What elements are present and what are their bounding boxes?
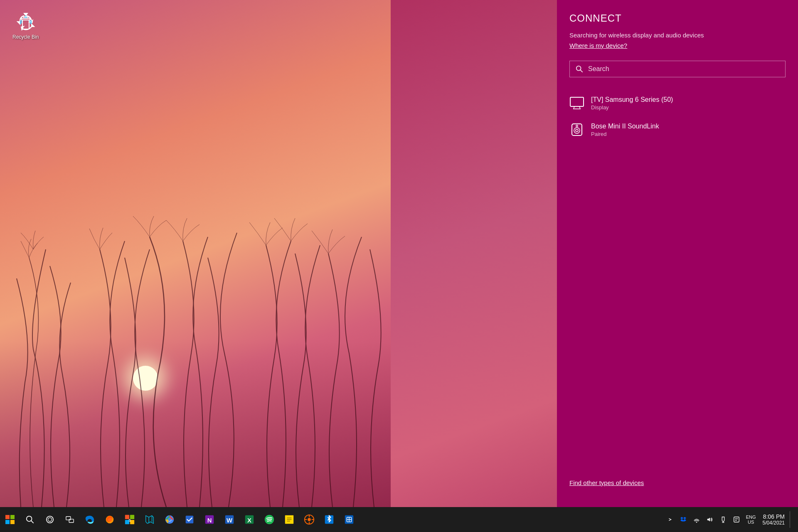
taskbar-app12[interactable] <box>299 507 319 532</box>
taskbar-chrome[interactable] <box>160 507 180 532</box>
input-icon[interactable] <box>718 514 729 525</box>
taskbar-apps: S <box>80 507 665 532</box>
device-name-tv: [TV] Samsung 6 Series (50) <box>591 96 673 103</box>
svg-text:W: W <box>227 517 232 524</box>
device-info-tv: [TV] Samsung 6 Series (50) Display <box>591 96 673 111</box>
svg-rect-11 <box>572 124 582 135</box>
taskbar-security[interactable] <box>339 507 359 532</box>
device-name-speaker: Bose Mini II SoundLink <box>591 123 659 130</box>
taskbar-firefox[interactable] <box>100 507 120 532</box>
search-placeholder: Search <box>588 65 609 73</box>
recycle-bin[interactable]: Recycle Bin <box>12 12 39 40</box>
taskbar-excel[interactable]: X <box>239 507 259 532</box>
svg-point-21 <box>47 516 53 523</box>
recycle-bin-icon <box>16 12 36 32</box>
svg-point-12 <box>574 128 580 133</box>
taskbar-maps[interactable] <box>140 507 160 532</box>
svg-rect-16 <box>10 515 15 519</box>
device-info-speaker: Bose Mini II SoundLink Paired <box>591 123 659 137</box>
volume-icon[interactable] <box>704 514 715 525</box>
taskbar-todo[interactable] <box>180 507 200 532</box>
taskbar-badge-icon[interactable] <box>731 514 742 525</box>
device-item-speaker[interactable]: Bose Mini II SoundLink Paired <box>569 116 786 143</box>
taskbar-store[interactable]: S <box>120 507 140 532</box>
taskbar-word[interactable]: W <box>219 507 239 532</box>
svg-rect-18 <box>10 520 15 524</box>
svg-rect-17 <box>5 520 10 524</box>
device-status-tv: Display <box>591 104 673 111</box>
svg-text:N: N <box>207 517 212 524</box>
speaker-icon <box>569 122 584 137</box>
svg-point-61 <box>696 522 697 523</box>
svg-rect-1 <box>22 18 30 20</box>
svg-point-14 <box>576 125 578 127</box>
task-view-button[interactable] <box>60 507 80 532</box>
language-indicator[interactable]: ENG US <box>744 515 758 525</box>
taskbar-spotify[interactable] <box>259 507 279 532</box>
where-is-device-link[interactable]: Where is my device? <box>569 42 786 49</box>
taskbar: S <box>0 507 798 532</box>
language-region: US <box>748 520 754 525</box>
taskbar-edge[interactable] <box>80 507 100 532</box>
svg-rect-64 <box>734 517 739 522</box>
svg-rect-15 <box>5 515 10 519</box>
show-desktop-button[interactable] <box>790 511 794 528</box>
clock[interactable]: 8:06 PM 5/04/2021 <box>760 513 787 526</box>
svg-point-22 <box>48 517 52 521</box>
taskbar-bluetooth[interactable] <box>319 507 339 532</box>
display-icon <box>569 96 584 111</box>
search-box[interactable]: Search <box>569 61 786 77</box>
svg-line-20 <box>31 521 33 523</box>
searching-text: Searching for wireless display and audio… <box>569 32 786 39</box>
find-other-devices-link[interactable]: Find other types of devices <box>569 479 644 486</box>
svg-line-6 <box>580 70 582 72</box>
show-hidden-icons[interactable] <box>665 514 675 525</box>
dropbox-icon[interactable] <box>678 514 689 525</box>
svg-text:S: S <box>128 518 131 522</box>
language-name: ENG <box>746 515 756 520</box>
start-button[interactable] <box>0 507 20 532</box>
svg-rect-0 <box>22 20 29 29</box>
network-icon[interactable] <box>691 514 702 525</box>
svg-rect-7 <box>570 97 584 106</box>
system-tray: ENG US 8:06 PM 5/04/2021 <box>665 511 798 528</box>
cortana-button[interactable] <box>40 507 60 532</box>
search-icon <box>576 65 583 73</box>
taskbar-sticky-notes[interactable] <box>279 507 299 532</box>
svg-point-13 <box>576 129 578 132</box>
svg-point-51 <box>308 518 310 521</box>
taskbar-onenote[interactable]: N <box>200 507 219 532</box>
date-display: 5/04/2021 <box>763 520 785 526</box>
taskbar-search-button[interactable] <box>20 507 40 532</box>
svg-point-37 <box>168 518 171 521</box>
svg-text:X: X <box>247 517 251 524</box>
svg-marker-32 <box>146 516 154 524</box>
time-display: 8:06 PM <box>763 513 785 520</box>
device-status-speaker: Paired <box>591 131 659 137</box>
connect-title: CONNECT <box>569 12 786 24</box>
recycle-bin-label: Recycle Bin <box>12 34 39 40</box>
device-item-tv[interactable]: [TV] Samsung 6 Series (50) Display <box>569 90 786 116</box>
connect-panel: CONNECT Searching for wireless display a… <box>557 0 798 507</box>
